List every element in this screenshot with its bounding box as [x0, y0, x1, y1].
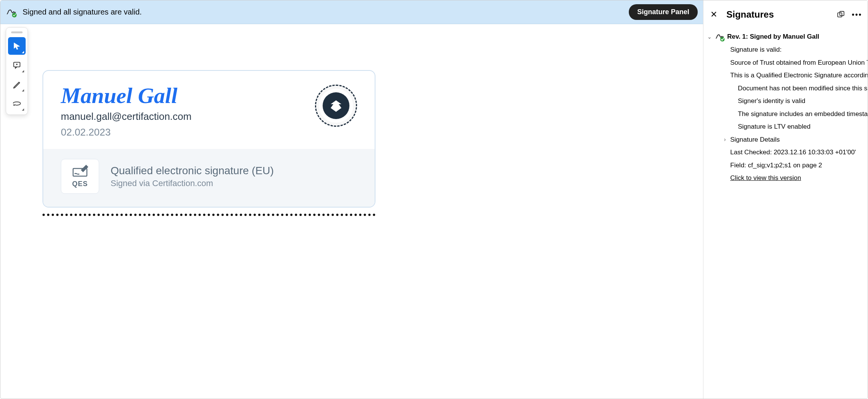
- qes-badge: QES: [61, 159, 99, 194]
- tree-line-last-checked: Last Checked: 2023.12.16 10:33:03 +01'00…: [706, 146, 868, 159]
- signature-seal-icon: [315, 85, 357, 127]
- signer-name: Manuel Gall: [61, 85, 191, 107]
- signature-card: Manuel Gall manuel.gall@certifaction.com…: [42, 70, 375, 208]
- signature-card-footer: QES Qualified electronic signature (EU) …: [43, 149, 375, 207]
- tree-line-source: Source of Trust obtained from European U…: [706, 56, 868, 69]
- document-viewport[interactable]: Manuel Gall manuel.gall@certifaction.com…: [0, 24, 703, 399]
- signatures-panel: ✕ Signatures ••• ⌄ Rev. 1: Signed by Man…: [703, 0, 868, 399]
- qes-badge-label: QES: [61, 180, 99, 188]
- tree-line-valid: Signature is valid:: [706, 43, 868, 56]
- signature-card-header: Manuel Gall manuel.gall@certifaction.com…: [43, 71, 375, 149]
- revision-row[interactable]: ⌄ Rev. 1: Signed by Manuel Gall: [706, 30, 868, 43]
- signer-email: manuel.gall@certifaction.com: [61, 111, 191, 123]
- signature-status-banner: Signed and all signatures are valid. Sig…: [0, 0, 703, 24]
- tree-line-identity: Signer's identity is valid: [706, 95, 868, 108]
- qes-subtitle: Signed via Certifaction.com: [111, 178, 274, 188]
- tree-line-timestamp: The signature includes an embedded times…: [706, 108, 868, 121]
- signature-details-row[interactable]: › Signature Details: [706, 133, 868, 146]
- signature-panel-button[interactable]: Signature Panel: [629, 4, 698, 20]
- close-icon[interactable]: ✕: [706, 7, 721, 22]
- qes-title: Qualified electronic signature (EU): [111, 165, 274, 177]
- tree-line-qualified: This is a Qualified Electronic Signature…: [706, 69, 868, 82]
- sign-date: 02.02.2023: [61, 126, 191, 138]
- popout-icon[interactable]: [835, 9, 846, 20]
- signature-status-text: Signed and all signatures are valid.: [23, 8, 623, 16]
- tree-line-field: Field: cf_sig;v1;p2;s1 on page 2: [706, 159, 868, 172]
- chevron-right-icon[interactable]: ›: [722, 136, 728, 144]
- signature-tree: ⌄ Rev. 1: Signed by Manuel Gall Signatur…: [703, 29, 868, 185]
- signature-details-label: Signature Details: [730, 135, 780, 145]
- revision-title: Rev. 1: Signed by Manuel Gall: [727, 32, 819, 42]
- more-options-icon[interactable]: •••: [852, 9, 862, 20]
- signature-valid-icon: [6, 7, 17, 18]
- signature-valid-icon: [715, 32, 725, 42]
- tree-line-not-modified: Document has not been modified since thi…: [706, 82, 868, 95]
- chevron-down-icon[interactable]: ⌄: [706, 33, 713, 41]
- view-version-link[interactable]: Click to view this version: [706, 172, 868, 185]
- panel-header: ✕ Signatures •••: [703, 0, 868, 29]
- page-separator: [42, 214, 375, 216]
- document-area: Signed and all signatures are valid. Sig…: [0, 0, 703, 399]
- tree-line-ltv: Signature is LTV enabled: [706, 120, 868, 133]
- svg-point-0: [12, 13, 17, 17]
- panel-title: Signatures: [726, 9, 830, 20]
